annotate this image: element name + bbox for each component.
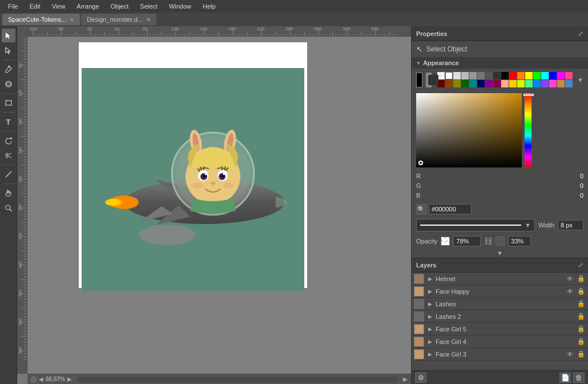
swatch-violet[interactable] xyxy=(541,80,549,87)
measure-tool[interactable] xyxy=(2,167,15,181)
new-layer-btn[interactable]: 📄 xyxy=(559,373,571,383)
menu-view[interactable]: View xyxy=(47,2,70,11)
layer-eye-lashes2[interactable]: ○ xyxy=(565,312,574,321)
nav-right[interactable]: ▶ xyxy=(403,376,408,382)
scroll-left-arrow[interactable]: ◀ xyxy=(39,376,43,382)
layer-eye-face3[interactable]: 👁 xyxy=(565,350,574,359)
chain-link-icon[interactable]: ⛓ xyxy=(484,237,492,246)
layer-lock-face4[interactable]: 🔒 xyxy=(577,337,586,346)
swatch-magenta[interactable] xyxy=(557,72,565,79)
layers-expand-icon[interactable]: ⤢ xyxy=(578,261,583,269)
layer-expand-face5[interactable]: ▶ xyxy=(426,326,433,333)
b-bar-container[interactable] xyxy=(425,191,564,199)
menu-file[interactable]: File xyxy=(3,2,23,11)
layer-lock-face-happy[interactable]: 🔒 xyxy=(577,287,586,296)
layer-eye-helmet[interactable]: 👁 xyxy=(565,274,574,283)
swatch-gray1[interactable] xyxy=(461,72,469,79)
layer-lock-face3[interactable]: 🔒 xyxy=(577,350,586,359)
swatch-cornflower[interactable] xyxy=(565,80,573,87)
layer-row-face4[interactable]: ▶ Face Girl 4 ○ 🔒 xyxy=(412,335,588,348)
menu-arrange[interactable]: Arrange xyxy=(72,2,103,11)
swatch-salmon[interactable] xyxy=(501,80,509,87)
menu-edit[interactable]: Edit xyxy=(25,2,45,11)
opacity1-input[interactable]: 78% xyxy=(453,236,481,246)
menu-help[interactable]: Help xyxy=(198,2,220,11)
type-tool[interactable]: T xyxy=(2,115,15,129)
swatch-brown[interactable] xyxy=(445,80,453,87)
properties-expand-icon[interactable]: ⤢ xyxy=(578,30,583,38)
g-bar-container[interactable] xyxy=(425,182,564,190)
swatch-cyan[interactable] xyxy=(541,72,549,79)
tab-spacecute[interactable]: SpaceCute-Tokens... ✕ xyxy=(2,14,80,25)
layer-row-face-happy[interactable]: ▶ Face Happy 👁 🔒 xyxy=(412,285,588,298)
layer-expand-face-happy[interactable]: ▶ xyxy=(426,288,433,295)
swatch-darkgreen[interactable] xyxy=(461,80,469,87)
swatch-navy[interactable] xyxy=(477,80,485,87)
horizontal-scrollbar[interactable] xyxy=(76,377,398,382)
appearance-header[interactable]: ▼ Appearance xyxy=(412,57,588,69)
scissors-tool[interactable] xyxy=(2,149,15,162)
swatch-purple[interactable] xyxy=(485,80,493,87)
layer-row-face3[interactable]: ▶ Face Girl 3 👁 🔒 xyxy=(412,348,588,361)
zoom-tool[interactable] xyxy=(2,201,15,215)
scroll-right-arrow[interactable]: ▶ xyxy=(67,376,72,382)
appearance-expand-row[interactable]: ▼ xyxy=(412,249,588,258)
hex-input[interactable] xyxy=(429,204,472,214)
layer-eye-face-happy[interactable]: 👁 xyxy=(565,287,574,296)
swatch-lime[interactable] xyxy=(517,80,525,87)
color-gradient-picker[interactable] xyxy=(416,93,522,167)
layer-row-face5[interactable]: ▶ Face Girl 5 ○ 🔒 xyxy=(412,323,588,335)
color-grid-dropdown[interactable]: ▼ xyxy=(577,77,583,83)
layer-expand-lashes2[interactable]: ▶ xyxy=(426,313,433,320)
layer-row-lashes2[interactable]: ▶ Lashes 2 ○ 🔒 xyxy=(412,310,588,323)
rectangle-tool[interactable] xyxy=(2,96,15,110)
layer-lock-face5[interactable]: 🔒 xyxy=(577,325,586,334)
hue-slider[interactable] xyxy=(524,93,532,167)
swatch-charcoal[interactable] xyxy=(493,72,501,79)
swatch-olive[interactable] xyxy=(453,80,461,87)
swatch-blue[interactable] xyxy=(549,72,557,79)
direct-select-tool[interactable] xyxy=(2,43,15,57)
stroke-swatch-gray[interactable] xyxy=(426,73,432,87)
pen-tool[interactable] xyxy=(2,62,15,76)
opacity-blend-icon[interactable] xyxy=(496,237,505,246)
swatch-tan[interactable] xyxy=(557,80,565,87)
swatch-yellow[interactable] xyxy=(525,72,533,79)
swatch-orange[interactable] xyxy=(517,72,525,79)
menu-object[interactable]: Object xyxy=(106,2,134,11)
fill-swatch-black[interactable] xyxy=(416,73,422,87)
layer-expand-face4[interactable]: ▶ xyxy=(426,338,433,345)
width-input[interactable]: 8 px xyxy=(558,220,583,230)
select-tool[interactable] xyxy=(2,29,15,42)
layer-row-helmet[interactable]: ▶ Helmet 👁 🔒 xyxy=(412,273,588,285)
swatch-pink[interactable] xyxy=(565,72,573,79)
swatch-checkerboard[interactable] xyxy=(437,72,445,79)
stroke-type-dropdown[interactable]: ▼ xyxy=(416,219,535,231)
swatch-rose[interactable] xyxy=(549,80,557,87)
swatch-darkgray[interactable] xyxy=(485,72,493,79)
swatch-darkred[interactable] xyxy=(437,80,445,87)
swatch-gold[interactable] xyxy=(509,80,517,87)
layer-eye-face4[interactable]: ○ xyxy=(565,337,574,346)
layer-expand-helmet[interactable]: ▶ xyxy=(426,275,433,282)
layer-row-lashes[interactable]: ▶ Lashes ○ 🔒 xyxy=(412,298,588,310)
tab-design-monster[interactable]: Design_monster.d... ✕ xyxy=(81,14,156,25)
layer-expand-lashes[interactable]: ▶ xyxy=(426,301,433,307)
menu-select[interactable]: Select xyxy=(135,2,162,11)
menu-window[interactable]: Window xyxy=(164,2,196,11)
tab-spacecute-close[interactable]: ✕ xyxy=(70,17,74,23)
swatch-maroon[interactable] xyxy=(493,80,501,87)
eyedropper-button[interactable]: 🔍 xyxy=(416,204,426,214)
layer-lock-helmet[interactable]: 🔒 xyxy=(577,274,586,283)
hand-tool[interactable] xyxy=(2,186,15,200)
opacity-icon[interactable] xyxy=(441,237,450,246)
swatch-skyblue[interactable] xyxy=(533,80,541,87)
layer-eye-face5[interactable]: ○ xyxy=(565,325,574,334)
swatch-gray3[interactable] xyxy=(477,72,485,79)
layer-lock-lashes2[interactable]: 🔒 xyxy=(577,312,586,321)
r-bar-container[interactable] xyxy=(425,172,564,180)
swatch-green[interactable] xyxy=(533,72,541,79)
layer-eye-lashes[interactable]: ○ xyxy=(565,299,574,309)
swatch-white[interactable] xyxy=(445,72,453,79)
delete-layer-btn[interactable]: 🗑 xyxy=(573,373,585,383)
